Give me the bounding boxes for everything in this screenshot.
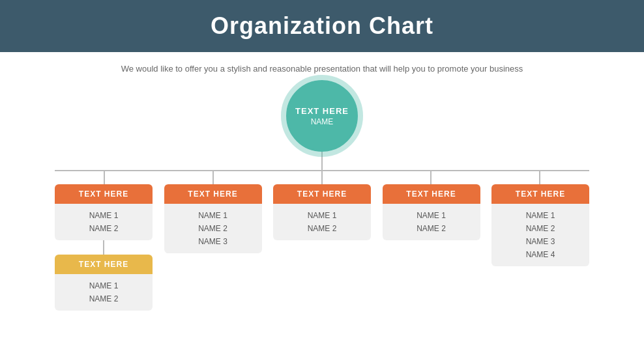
node1-name2: NAME 2 <box>61 222 146 235</box>
root-node-name: NAME <box>311 117 334 126</box>
node5-name3: NAME 3 <box>498 235 583 248</box>
node2-name1: NAME 1 <box>171 209 256 222</box>
page-title: Organization Chart <box>211 12 433 40</box>
node5-name4: NAME 4 <box>498 248 583 261</box>
node5-header: TEXT HERE <box>491 184 589 204</box>
node2: TEXT HERE NAME 1 NAME 2 NAME 3 <box>164 184 262 253</box>
subtitle-text: We would like to offer you a stylish and… <box>0 64 644 74</box>
branch-drop-2 <box>212 171 214 184</box>
second-level-nodes: TEXT HERE NAME 1 NAME 2 TEXT HERE NAME 1… <box>42 184 602 311</box>
branch-drop-3 <box>321 171 323 184</box>
branch-drop-4 <box>430 171 432 184</box>
page-header: Organization Chart <box>0 0 644 52</box>
root-node: TEXT HERE NAME <box>286 80 358 152</box>
node3-body: NAME 1 NAME 2 <box>273 204 371 240</box>
node1-child-connector <box>103 240 104 255</box>
node1-child-name1: NAME 1 <box>61 279 146 292</box>
chart-area: TEXT HERE NAME TEXT HERE NAME 1 NAME 2 <box>0 80 644 311</box>
root-connector-down <box>321 152 323 170</box>
node3-name2: NAME 2 <box>280 222 364 235</box>
node2-name2: NAME 2 <box>171 222 256 235</box>
node2-header: TEXT HERE <box>164 184 262 204</box>
branch-drop-5 <box>539 171 540 184</box>
node1-name1: NAME 1 <box>61 209 146 222</box>
node2-name3: NAME 3 <box>171 235 256 248</box>
node5-body: NAME 1 NAME 2 NAME 3 NAME 4 <box>491 204 589 266</box>
connector-section <box>55 170 589 184</box>
node1-body: NAME 1 NAME 2 <box>55 204 153 240</box>
node4-header: TEXT HERE <box>383 184 480 204</box>
node1-header: TEXT HERE <box>55 184 153 204</box>
root-node-title: TEXT HERE <box>295 106 349 116</box>
node3: TEXT HERE NAME 1 NAME 2 <box>273 184 371 240</box>
node4-body: NAME 1 NAME 2 <box>383 204 480 240</box>
node5-name1: NAME 1 <box>498 209 583 222</box>
node1-child-body: NAME 1 NAME 2 <box>55 274 153 311</box>
node3-name1: NAME 1 <box>280 209 364 222</box>
node4: TEXT HERE NAME 1 NAME 2 <box>383 184 480 240</box>
node3-header: TEXT HERE <box>273 184 371 204</box>
node1-child-name2: NAME 2 <box>61 292 146 305</box>
node4-name1: NAME 1 <box>389 209 474 222</box>
node1-child-header: TEXT HERE <box>55 255 153 274</box>
node1-child: TEXT HERE NAME 1 NAME 2 <box>55 255 153 311</box>
branch-drop-row <box>55 171 589 184</box>
node4-name2: NAME 2 <box>389 222 474 235</box>
node5-name2: NAME 2 <box>498 222 583 235</box>
node2-body: NAME 1 NAME 2 NAME 3 <box>164 204 262 253</box>
node5: TEXT HERE NAME 1 NAME 2 NAME 3 NAME 4 <box>491 184 589 266</box>
node1-wrapper: TEXT HERE NAME 1 NAME 2 TEXT HERE NAME 1… <box>55 184 153 311</box>
node1: TEXT HERE NAME 1 NAME 2 <box>55 184 153 240</box>
branch-drop-1 <box>104 171 105 184</box>
